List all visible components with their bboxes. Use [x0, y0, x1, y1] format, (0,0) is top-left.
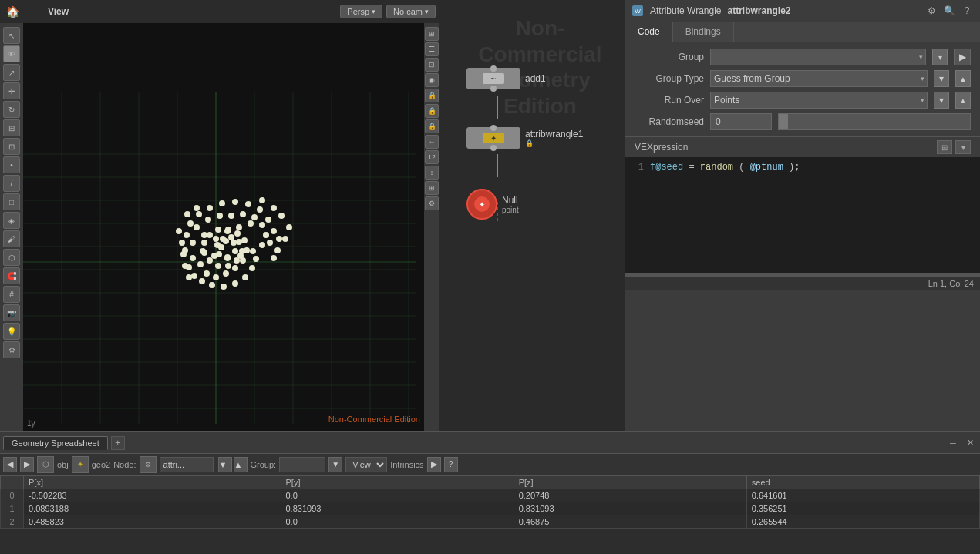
- perspective-button[interactable]: Persp: [340, 5, 382, 18]
- group-type-row: Group Type Guess from Group ▾ ▲: [635, 70, 971, 87]
- geo-icon: ✦: [72, 456, 89, 473]
- paint-icon[interactable]: 🖌: [3, 230, 20, 247]
- rt8-icon[interactable]: ↔: [425, 135, 439, 149]
- panel-title-bar: W Attribute Wrangle attribwrangle2 ⚙ 🔍 ?: [625, 0, 980, 22]
- viewport-home-icon[interactable]: 🏠: [4, 3, 21, 20]
- svg-point-86: [236, 239, 242, 245]
- svg-point-48: [191, 273, 197, 279]
- node-add1[interactable]: ~ add1: [466, 68, 546, 89]
- run-over-arrow-button[interactable]: ▾: [934, 92, 949, 109]
- vex-menu-button[interactable]: ▾: [955, 140, 971, 154]
- col-header-seed[interactable]: seed: [746, 476, 979, 489]
- rotate-icon[interactable]: ↻: [3, 101, 20, 118]
- row-1-px: 0.0893188: [24, 502, 281, 515]
- col-header-px[interactable]: P[x]: [24, 476, 281, 489]
- view-icon[interactable]: 👁: [3, 45, 20, 62]
- row-2-num: 2: [1, 515, 24, 529]
- camera2-icon[interactable]: 📷: [3, 304, 20, 321]
- node-value-input[interactable]: [160, 457, 214, 472]
- run-over-row: Run Over Points ▾ ▲: [635, 92, 971, 109]
- row-2-py: 0.0: [281, 515, 514, 529]
- misc-icon[interactable]: ⚙: [3, 341, 20, 358]
- select2-icon[interactable]: ↗: [3, 64, 20, 81]
- edge-icon[interactable]: /: [3, 175, 20, 192]
- snap-icon[interactable]: 🧲: [3, 267, 20, 284]
- col-header-py[interactable]: P[y]: [281, 476, 514, 489]
- run-over-select-wrapper[interactable]: Points: [710, 92, 928, 109]
- node-nav-up-button[interactable]: ▲: [234, 457, 248, 472]
- svg-point-25: [213, 236, 219, 242]
- svg-point-87: [228, 234, 234, 240]
- group-type-select[interactable]: Guess from Group: [710, 70, 928, 87]
- node-graph[interactable]: Non-Commercial Geometry Edition ~: [439, 0, 625, 431]
- node-nav-filter-button[interactable]: ▼: [218, 457, 232, 472]
- group-value-input[interactable]: [279, 457, 325, 472]
- row-1-pz: 0.831093: [514, 502, 746, 515]
- group-type-extra-button[interactable]: ▲: [955, 70, 971, 87]
- code-editor[interactable]: 1 f@seed = random ( @ptnum );: [625, 157, 980, 273]
- spreadsheet-table[interactable]: P[x] P[y] P[z] seed 0 -0.502283 0.0 0.20…: [0, 475, 980, 554]
- line-number-1: 1: [628, 160, 644, 174]
- scale-icon[interactable]: ⊞: [3, 119, 20, 136]
- rt5-icon[interactable]: 🔒: [425, 89, 439, 102]
- run-over-select[interactable]: Points: [710, 92, 928, 109]
- point-icon[interactable]: •: [3, 156, 20, 173]
- transform-icon[interactable]: ⊡: [3, 138, 20, 155]
- rt12-icon[interactable]: ⚙: [425, 196, 439, 210]
- group-filter-icon[interactable]: ▼: [328, 457, 342, 472]
- tab-minimize-button[interactable]: ─: [946, 436, 960, 450]
- select-icon[interactable]: ↖: [3, 27, 20, 44]
- rt1-icon[interactable]: ⊞: [425, 27, 439, 41]
- obj-icon[interactable]: ◈: [3, 212, 20, 229]
- geo-icon[interactable]: ⬡: [3, 249, 20, 266]
- light-icon[interactable]: 💡: [3, 323, 20, 340]
- node-attribwrangle1[interactable]: ✦ attribwrangle1 🔒: [466, 127, 583, 149]
- panel-help-button[interactable]: ?: [960, 4, 974, 18]
- node-icon: ⬡: [37, 456, 54, 473]
- help-ss-icon[interactable]: ?: [444, 457, 458, 472]
- view-select[interactable]: View: [345, 457, 387, 472]
- 3d-viewport[interactable]: 🏠 View Persp No cam ↖ 👁 ↗ ✛ ↻ ⊞ ⊡ • / □ …: [0, 0, 439, 431]
- svg-point-57: [271, 228, 277, 234]
- tab-close-button[interactable]: ✕: [963, 436, 977, 450]
- rt4-icon[interactable]: ◉: [425, 73, 439, 87]
- intrinsics-arrow-button[interactable]: ▶: [427, 457, 441, 472]
- rt10-icon[interactable]: ↕: [425, 166, 439, 180]
- svg-point-101: [182, 263, 188, 269]
- group-type-select-wrapper[interactable]: Guess from Group: [710, 70, 928, 87]
- node-null-point[interactable]: ✦ Null point: [466, 189, 519, 220]
- group-navigate-button[interactable]: ▶: [954, 49, 971, 65]
- rt6-icon[interactable]: 🔒: [425, 104, 439, 118]
- nav-back-button[interactable]: ◀: [3, 457, 17, 472]
- group-type-arrow-button[interactable]: ▾: [934, 70, 949, 87]
- node-attribwrangle1-box[interactable]: ✦: [466, 127, 520, 149]
- rt2-icon[interactable]: ☰: [425, 42, 439, 56]
- face-icon[interactable]: □: [3, 193, 20, 210]
- vex-expand-button[interactable]: ⊞: [937, 140, 952, 154]
- randomseed-slider[interactable]: [778, 113, 971, 130]
- rt11-icon[interactable]: ⊞: [425, 181, 439, 195]
- col-header-pz[interactable]: P[z]: [514, 476, 746, 489]
- svg-point-72: [240, 257, 246, 264]
- group-dropdown-button[interactable]: ▾: [932, 49, 948, 65]
- spreadsheet-area: Geometry Spreadsheet + ─ ✕ ◀ ▶ ⬡ obj ✦ g…: [0, 431, 980, 554]
- tab-bindings[interactable]: Bindings: [673, 22, 734, 42]
- camera-button[interactable]: No cam: [386, 5, 436, 18]
- move-icon[interactable]: ✛: [3, 82, 20, 99]
- randomseed-input[interactable]: [710, 113, 772, 130]
- panel-form: Group ▾ ▶ Group Type Guess from Group ▾ …: [625, 42, 980, 136]
- left-toolbar: ↖ 👁 ↗ ✛ ↻ ⊞ ⊡ • / □ ◈ 🖌 ⬡ 🧲 # 📷 💡 ⚙: [0, 23, 23, 431]
- tab-code[interactable]: Code: [625, 22, 673, 42]
- panel-settings-button[interactable]: ⚙: [924, 4, 938, 18]
- grid-icon[interactable]: #: [3, 286, 20, 303]
- rt3-icon[interactable]: ⊡: [425, 58, 439, 72]
- node-add1-box[interactable]: ~: [466, 68, 520, 89]
- run-over-extra-button[interactable]: ▲: [955, 92, 971, 109]
- group-input[interactable]: [710, 49, 926, 65]
- panel-search-button[interactable]: 🔍: [942, 4, 956, 18]
- nav-forward-button[interactable]: ▶: [20, 457, 34, 472]
- rt9-icon[interactable]: 12: [425, 150, 439, 164]
- add-tab-button[interactable]: +: [111, 436, 125, 450]
- rt7-icon[interactable]: 🔒: [425, 119, 439, 133]
- spreadsheet-tab[interactable]: Geometry Spreadsheet: [3, 436, 108, 450]
